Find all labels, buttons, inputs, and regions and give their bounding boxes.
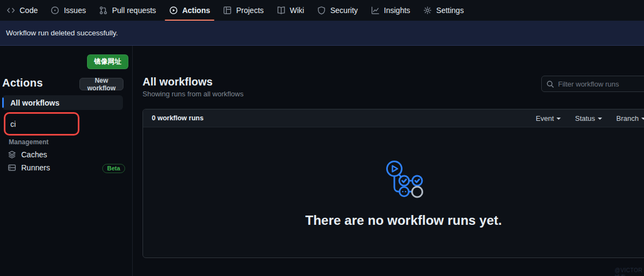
workflows-heading: All workflows	[143, 76, 213, 88]
table-icon	[223, 6, 232, 15]
sidebar-item-label: Caches	[21, 150, 47, 159]
chevron-down-icon	[598, 118, 602, 120]
tab-wiki[interactable]: Wiki	[276, 0, 305, 21]
workflow-graph-icon	[383, 158, 424, 199]
git-pull-request-icon	[99, 6, 108, 15]
stack-icon	[8, 150, 16, 159]
new-workflow-button[interactable]: New workflow	[79, 78, 123, 90]
flash-notice-message: Workflow run deleted successfully.	[6, 29, 118, 37]
tab-projects[interactable]: Projects	[222, 0, 265, 21]
code-icon	[7, 6, 15, 15]
workflows-subtitle: Showing runs from all workflows	[143, 90, 244, 98]
actions-page-title: Actions	[2, 77, 43, 89]
search-icon	[546, 80, 554, 88]
status-filter-dropdown[interactable]: Status	[575, 114, 602, 122]
empty-state: There are no workflow runs yet.	[143, 127, 644, 228]
sidebar-item-runners[interactable]: Runners	[8, 163, 50, 172]
tab-label: Issues	[64, 6, 85, 15]
runs-filter-bar: Event Status Branch Actor	[536, 109, 644, 127]
filter-label: Branch	[616, 114, 639, 122]
play-circle-icon	[169, 6, 178, 15]
management-section-heading: Management	[9, 138, 48, 146]
shield-icon	[317, 6, 326, 15]
repo-tab-nav: Code Issues Pull requests Actions Projec…	[0, 0, 644, 21]
tab-label: Pull requests	[112, 6, 156, 15]
sidebar-item-label: Runners	[21, 163, 50, 172]
server-icon	[8, 163, 16, 172]
filter-runs-input[interactable]	[558, 80, 644, 88]
filter-runs-searchbox[interactable]	[541, 76, 644, 92]
branch-filter-dropdown[interactable]: Branch	[616, 114, 644, 122]
tab-label: Wiki	[290, 6, 304, 15]
workflow-runs-header: 0 workflow runs Event Status Branch Acto…	[143, 109, 644, 127]
book-icon	[277, 6, 286, 15]
chevron-down-icon	[641, 118, 644, 120]
sidebar-item-ci[interactable]: ci	[2, 112, 123, 136]
flash-notice: Workflow run deleted successfully.	[0, 21, 644, 46]
issue-opened-icon	[51, 6, 59, 15]
tab-issues[interactable]: Issues	[49, 0, 86, 21]
gear-icon	[423, 6, 432, 15]
sidebar-item-caches[interactable]: Caches	[8, 150, 47, 159]
sidebar-item-label: ci	[10, 120, 16, 128]
tab-security[interactable]: Security	[316, 0, 359, 21]
sidebar-item-all-workflows[interactable]: All workflows	[2, 95, 123, 110]
tab-pull-requests[interactable]: Pull requests	[98, 0, 157, 21]
tab-settings[interactable]: Settings	[422, 0, 465, 21]
tab-label: Settings	[436, 6, 464, 15]
graph-icon	[371, 6, 380, 15]
filter-label: Status	[575, 114, 595, 122]
mirror-url-button[interactable]: 镜像网址	[87, 54, 128, 69]
tab-label: Code	[20, 6, 38, 15]
tab-label: Actions	[182, 6, 210, 15]
workflow-runs-panel: 0 workflow runs Event Status Branch Acto…	[143, 109, 644, 258]
sidebar-item-label: All workflows	[10, 99, 59, 107]
runs-count-label: 0 workflow runs	[152, 114, 203, 122]
tab-label: Security	[330, 6, 358, 15]
tab-label: Insights	[384, 6, 410, 15]
filter-label: Event	[536, 114, 554, 122]
beta-badge: Beta	[102, 164, 125, 173]
sidebar-divider	[132, 46, 133, 276]
tab-actions[interactable]: Actions	[168, 0, 211, 21]
tab-label: Projects	[236, 6, 264, 15]
tab-code[interactable]: Code	[5, 0, 39, 21]
tab-insights[interactable]: Insights	[370, 0, 411, 21]
chevron-down-icon	[556, 118, 561, 120]
watermark: @VICTOR博客	[615, 267, 644, 276]
empty-state-message: There are no workflow runs yet.	[305, 213, 501, 228]
event-filter-dropdown[interactable]: Event	[536, 114, 561, 122]
